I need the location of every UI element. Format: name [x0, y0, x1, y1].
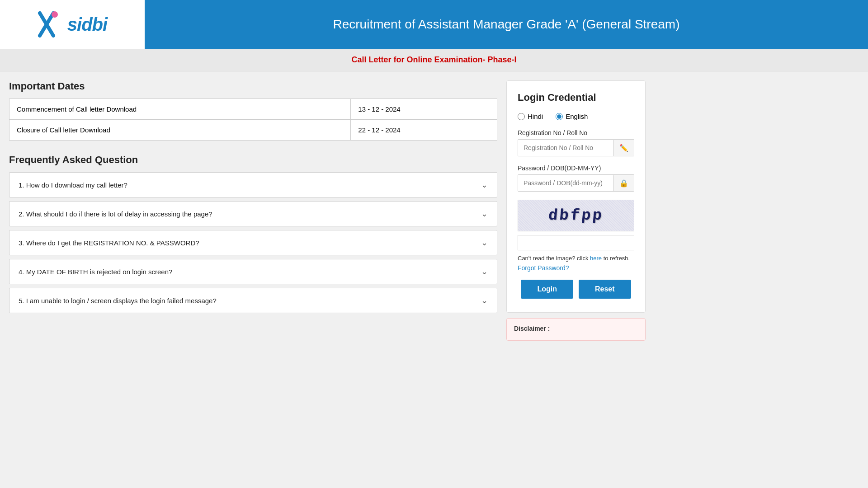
faq-item[interactable]: 3. Where do I get the REGISTRATION NO. &…: [9, 230, 497, 255]
login-button[interactable]: Login: [521, 280, 573, 299]
language-options: Hindi English: [518, 113, 634, 120]
date-row: Commencement of Call letter Download13 -…: [9, 99, 497, 120]
chevron-down-icon: ⌄: [481, 267, 488, 277]
captcha-text: dbfpp: [547, 207, 604, 224]
faq-question: 3. Where do I get the REGISTRATION NO. &…: [19, 239, 199, 247]
password-wrapper: 🔒: [518, 174, 634, 192]
english-option[interactable]: English: [556, 113, 588, 120]
faq-title: Frequently Asked Question: [9, 154, 497, 166]
faq-question: 1. How do I download my call letter?: [19, 181, 127, 189]
registration-label: Registration No / Roll No: [518, 129, 634, 136]
captcha-input[interactable]: [518, 235, 634, 250]
login-title: Login Credential: [518, 92, 634, 103]
main-content: Important Dates Commencement of Call let…: [0, 71, 868, 350]
date-value: 22 - 12 - 2024: [351, 120, 497, 141]
password-label: Password / DOB(DD-MM-YY): [518, 164, 634, 172]
faq-item[interactable]: 5. I am unable to login / screen display…: [9, 288, 497, 313]
faq-item[interactable]: 4. My DATE OF BIRTH is rejected on login…: [9, 259, 497, 284]
dates-table: Commencement of Call letter Download13 -…: [9, 99, 497, 141]
reset-button[interactable]: Reset: [579, 280, 631, 299]
chevron-down-icon: ⌄: [481, 296, 488, 305]
faq-question: 5. I am unable to login / screen display…: [19, 297, 217, 305]
chevron-down-icon: ⌄: [481, 209, 488, 219]
faq-question: 4. My DATE OF BIRTH is rejected on login…: [19, 268, 172, 276]
captcha-image: dbfpp: [518, 200, 634, 231]
page-header: sidbi Recruitment of Assistant Manager G…: [0, 0, 868, 49]
sub-header: Call Letter for Online Examination- Phas…: [0, 49, 868, 71]
logo-container: sidbi: [0, 0, 145, 49]
right-panel: Login Credential Hindi English Registrat…: [506, 80, 646, 341]
password-input[interactable]: [518, 175, 613, 191]
registration-input[interactable]: [518, 140, 613, 156]
login-box: Login Credential Hindi English Registrat…: [506, 80, 646, 313]
hindi-radio[interactable]: [518, 113, 525, 120]
english-radio[interactable]: [556, 113, 563, 120]
forgot-password-link[interactable]: Forgot Password?: [518, 264, 634, 272]
sidbi-logo: sidbi: [38, 11, 107, 38]
edit-icon: ✏️: [613, 140, 634, 156]
sidbi-wordmark: sidbi: [67, 14, 107, 35]
header-title: Recruitment of Assistant Manager Grade '…: [145, 0, 868, 49]
chevron-down-icon: ⌄: [481, 180, 488, 190]
chevron-down-icon: ⌄: [481, 238, 488, 248]
sub-header-text: Call Letter for Online Examination- Phas…: [351, 55, 516, 64]
left-panel: Important Dates Commencement of Call let…: [9, 80, 497, 341]
lock-icon: 🔒: [613, 175, 634, 191]
english-label: English: [566, 113, 588, 120]
date-row: Closure of Call letter Download22 - 12 -…: [9, 120, 497, 141]
sidbi-icon: [38, 11, 65, 38]
date-label: Closure of Call letter Download: [9, 120, 351, 141]
faq-question: 2. What should I do if there is lot of d…: [19, 210, 212, 218]
svg-point-2: [52, 11, 58, 18]
login-buttons: Login Reset: [518, 280, 634, 299]
captcha-refresh-link[interactable]: here: [590, 255, 602, 262]
date-value: 13 - 12 - 2024: [351, 99, 497, 120]
registration-wrapper: ✏️: [518, 139, 634, 156]
date-label: Commencement of Call letter Download: [9, 99, 351, 120]
hindi-option[interactable]: Hindi: [518, 113, 543, 120]
disclaimer-box: Disclaimer :: [506, 318, 646, 341]
faq-item[interactable]: 1. How do I download my call letter?⌄: [9, 172, 497, 197]
hindi-label: Hindi: [528, 113, 543, 120]
faq-item[interactable]: 2. What should I do if there is lot of d…: [9, 201, 497, 226]
captcha-refresh-text: Can't read the image? click here to refr…: [518, 255, 634, 262]
disclaimer-title: Disclaimer :: [514, 325, 638, 332]
faq-list: 1. How do I download my call letter?⌄2. …: [9, 172, 497, 313]
important-dates-title: Important Dates: [9, 80, 497, 92]
